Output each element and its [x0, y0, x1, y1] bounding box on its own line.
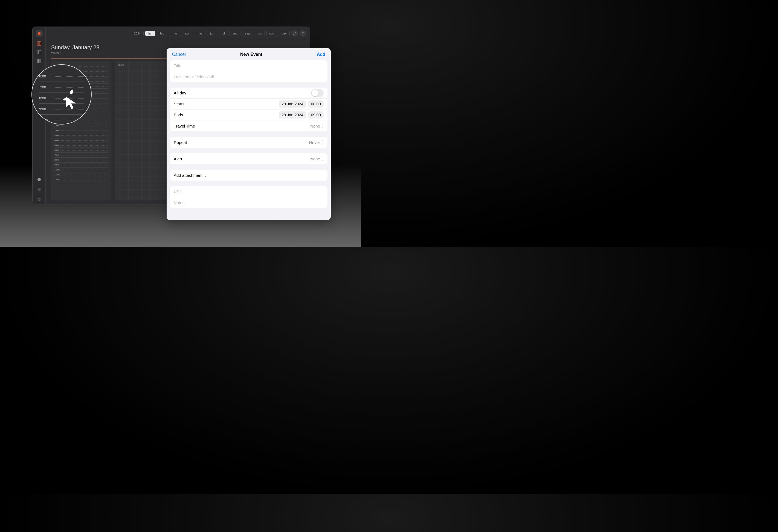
location-input[interactable] [174, 74, 324, 79]
list-icon[interactable] [36, 41, 42, 46]
topbar: 2024 janfebmaraprmayjunjulaugsepoctnovde… [46, 27, 310, 40]
svg-rect-7 [37, 59, 41, 63]
week-icon[interactable] [36, 50, 42, 55]
starts-date-chip[interactable]: 28 Jan 2024 [279, 100, 306, 107]
allday-toggle[interactable] [311, 89, 324, 97]
cancel-button[interactable]: Cancel [172, 52, 186, 57]
svg-rect-4 [37, 51, 41, 54]
month-pill-jun[interactable]: jun [207, 31, 217, 36]
month-pill-aug[interactable]: aug [230, 31, 240, 36]
ends-time-chip[interactable]: 09:00 [308, 111, 324, 119]
app-logo[interactable] [35, 30, 43, 37]
ends-label: Ends [174, 112, 183, 117]
month-pill-oct[interactable]: oct [255, 31, 265, 36]
hour-row[interactable]: 10:00 [55, 167, 108, 172]
month-pill-sep[interactable]: sep [242, 31, 253, 36]
cursor-icon [64, 94, 80, 111]
hour-row[interactable]: 3:00 [55, 133, 108, 138]
hour-row[interactable]: 8:00 [55, 158, 108, 163]
month-pill-may[interactable]: may [194, 31, 206, 36]
help-icon[interactable]: ? [300, 30, 306, 37]
month-pill-apr[interactable]: apr [182, 31, 192, 36]
hour-row[interactable]: 2:00 [55, 128, 108, 133]
url-input[interactable] [174, 189, 324, 194]
travel-label: Travel Time [174, 124, 195, 128]
starts-label: Starts [174, 101, 184, 106]
status-dot-1[interactable] [37, 178, 41, 181]
modal-header: Cancel New Event Add [167, 48, 331, 60]
add-button[interactable]: Add [317, 52, 325, 57]
attachment-row[interactable]: Add attachment... [170, 170, 327, 180]
magnified-hour-row: 6:00 [39, 71, 84, 82]
hour-row[interactable]: 12:00 [55, 177, 108, 182]
month-grid-icon[interactable] [36, 59, 42, 64]
alert-row[interactable]: Alert None⌃⌄ [170, 153, 327, 164]
year-pill[interactable]: 2024 [131, 31, 144, 36]
status-dot-2[interactable] [37, 188, 41, 191]
month-pill-feb[interactable]: feb [157, 31, 167, 36]
edit-icon[interactable] [291, 30, 298, 37]
repeat-row[interactable]: Repeat Never⌃⌄ [170, 137, 327, 148]
repeat-label: Repeat [174, 140, 187, 145]
allday-label: All-day [174, 91, 186, 95]
month-pill-jan[interactable]: jan [145, 31, 155, 36]
magnified-hour-row: 7:00 [39, 82, 84, 93]
starts-time-chip[interactable]: 08:00 [308, 100, 324, 107]
hour-row[interactable]: 6:00 [55, 148, 108, 153]
hour-row[interactable]: 7:00 [55, 153, 108, 158]
notes-input[interactable] [174, 200, 324, 205]
hour-row[interactable]: 5:00 [55, 143, 108, 148]
hour-row[interactable]: 4:00 [55, 138, 108, 143]
travel-row[interactable]: Travel Time None⌃⌄ [170, 121, 327, 131]
hour-row[interactable]: 9:00 [55, 163, 108, 167]
month-pill-nov[interactable]: nov [266, 31, 278, 36]
new-event-modal: Cancel New Event Add All-day Starts 28 J… [167, 48, 331, 220]
magnifier-overlay: 6:007:008:009:0010:00 [31, 64, 92, 125]
alert-label: Alert [174, 157, 182, 161]
modal-title: New Event [240, 52, 262, 57]
ends-date-chip[interactable]: 28 Jan 2024 [279, 111, 306, 119]
month-pill-jul[interactable]: jul [219, 31, 228, 36]
settings-small-icon[interactable] [37, 198, 41, 202]
title-input[interactable] [174, 63, 324, 68]
month-pill-mar[interactable]: mar [169, 31, 180, 36]
month-pill-dec[interactable]: dec [279, 31, 290, 36]
hour-row[interactable]: 11:00 [55, 172, 108, 177]
